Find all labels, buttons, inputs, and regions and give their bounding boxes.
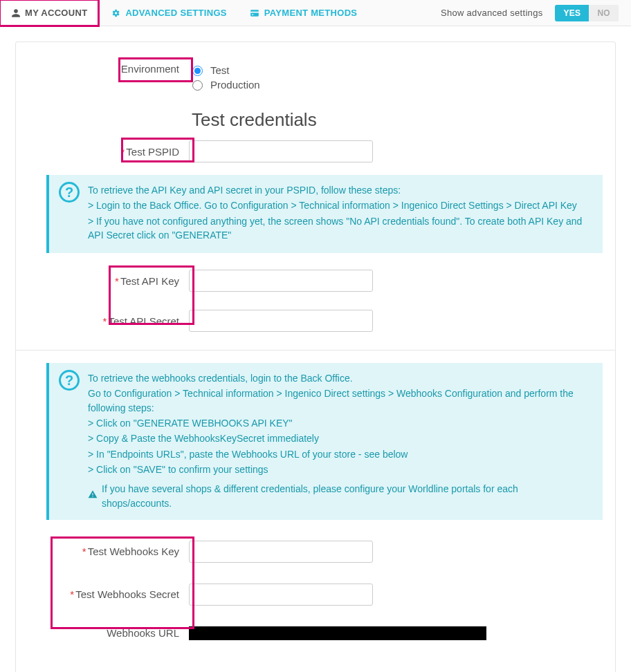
tab-payment-methods[interactable]: PAYMENT METHODS (238, 0, 369, 26)
tab-advanced-settings[interactable]: ADVANCED SETTINGS (99, 0, 237, 26)
row-webhooks-secret: *Test Webhooks Secret (16, 584, 615, 606)
credit-card-icon (249, 8, 260, 18)
radio-label-test: Test (210, 64, 230, 76)
help-icon: ? (59, 182, 80, 203)
callout-line: > Click on "SAVE" to confirm your settin… (88, 463, 590, 476)
row-webhooks-key: *Test Webhooks Key (16, 541, 615, 563)
input-api-secret[interactable] (189, 310, 373, 332)
callout-line: Go to Configuration > Technical informat… (88, 386, 590, 415)
help-icon: ? (59, 370, 80, 391)
label-pspid: Test PSPID (126, 146, 179, 158)
label-webhooks-secret: Test Webhooks Secret (75, 588, 179, 600)
advanced-toggle[interactable]: YES NO (555, 5, 619, 21)
label-environment: Environment (16, 62, 189, 75)
tab-label: MY ACCOUNT (25, 8, 87, 18)
row-webhooks-url: Webhooks URL (16, 626, 615, 640)
tab-my-account[interactable]: MY ACCOUNT (0, 0, 99, 26)
radio-label-production: Production (210, 79, 260, 91)
advanced-toggle-label: Show advanced settings (441, 8, 543, 18)
callout-line: > Login to the Back Office. Go to Config… (88, 198, 590, 212)
row-api-key: *Test API Key (16, 270, 615, 292)
callout-line: > If you have not configured anything ye… (88, 214, 590, 243)
callout-line: > In "Endpoints URLs", paste the Webhook… (88, 447, 590, 461)
label-webhooks-key: Test Webhooks Key (88, 545, 179, 557)
webhooks-url-value (189, 626, 486, 640)
toggle-yes[interactable]: YES (555, 5, 589, 21)
label-api-key: Test API Key (120, 275, 179, 287)
label-webhooks-url: Webhooks URL (107, 627, 179, 639)
gears-icon (110, 8, 121, 18)
row-api-secret: *Test API Secret (16, 310, 615, 332)
label-api-secret: Test API Secret (108, 315, 179, 327)
callout-api: ? To retrieve the API Key and API secret… (46, 175, 603, 253)
callout-line: > Copy & Paste the WebhooksKeySecret imm… (88, 431, 590, 445)
api-fields-group: *Test API Key *Test API Secret (16, 270, 615, 332)
row-environment: Environment Test Production (16, 62, 615, 93)
radio-env-test[interactable]: Test (189, 64, 615, 76)
radio-input-test[interactable] (192, 66, 203, 76)
radio-input-production[interactable] (192, 80, 203, 91)
radio-env-production[interactable]: Production (189, 78, 615, 91)
callout-line: To retrieve the webhooks credentials, lo… (88, 371, 590, 385)
callout-line: To retrieve the API Key and API secret i… (88, 183, 590, 197)
divider (15, 350, 616, 351)
row-pspid: *Test PSPID (16, 140, 615, 162)
input-webhooks-secret[interactable] (189, 584, 373, 606)
toggle-no[interactable]: NO (589, 5, 619, 21)
callout-webhooks: ? To retrieve the webhooks credentials, … (46, 363, 603, 520)
webhooks-fields-group: *Test Webhooks Key *Test Webhooks Secret… (16, 541, 615, 640)
input-api-key[interactable] (189, 270, 373, 292)
input-webhooks-key[interactable] (189, 541, 373, 563)
user-icon (11, 8, 21, 18)
tab-label: ADVANCED SETTINGS (125, 8, 226, 18)
tab-label: PAYMENT METHODS (264, 8, 358, 18)
tab-bar: MY ACCOUNT ADVANCED SETTINGS PAYMENT MET… (0, 0, 631, 26)
callout-warning: If you have several shops & different cr… (102, 482, 590, 510)
input-pspid[interactable] (189, 140, 373, 162)
callout-line: > Click on "GENERATE WEBHOOKS API KEY" (88, 416, 590, 430)
section-title: Test credentials (192, 109, 615, 131)
warning-icon (88, 489, 98, 503)
settings-panel: Environment Test Production Test credent… (15, 41, 616, 672)
